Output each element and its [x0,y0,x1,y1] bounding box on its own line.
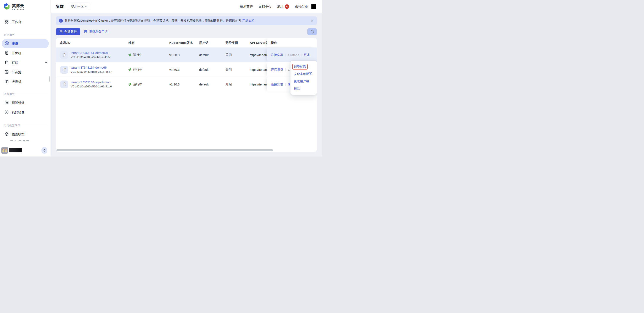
cluster-table-card: 名称/ID 状态 Kubernetes版本 用户组 竞价实例 API Serve… [56,38,317,152]
running-status-icon [128,68,132,71]
app-window: 英博云 EB Cloud 工作台 容器服务 [0,0,322,156]
action-divider [286,68,286,71]
section-label: 容器服务 [4,33,15,37]
page-title: 集群 [56,4,64,9]
toolbar: 创建集群 集群总数申请 [56,28,317,35]
spot-instance: 关闭 [226,53,250,57]
action-divider [301,53,302,56]
cluster-quota-request-link[interactable]: 集群总数申请 [84,29,108,34]
topbar: 集群 华北一区 技术支持 文档中心 消息 4 账号余额: [51,0,322,13]
sidebar-item-my-image[interactable]: 我的镜像 [0,107,50,117]
connect-cluster-link[interactable]: 连接集群 [271,53,283,57]
refresh-button[interactable] [307,28,317,35]
sidebar-scrollbar-thumb[interactable] [49,76,50,82]
server-plus-icon [84,30,88,33]
section-label: 镜像服务 [4,92,15,96]
cluster-id: VCL-D1C-43f85a37-ba5e-41f7 [70,55,110,59]
sidebar-section-container: 容器服务 [4,33,47,37]
sidebar-item-label: 虚拟机 [12,80,22,84]
create-cluster-button[interactable]: 创建集群 [56,28,80,35]
click-target-highlight: 调整配额 [292,64,308,69]
plus-square-icon [60,30,63,33]
status-text: 运行中 [133,53,142,57]
cluster-name-link[interactable]: tenant-37343164-demo66 [70,66,112,69]
sidebar-item-label: 节点池 [12,70,22,74]
user-group: default [199,53,226,57]
chevron-up-down-icon [43,149,46,152]
refresh-icon [310,29,314,34]
account-balance: 账号余额: [295,4,316,9]
connect-cluster-link[interactable]: 连接集群 [271,82,283,86]
close-icon[interactable]: ✕ [310,19,313,23]
table-header-row: 名称/ID 状态 Kubernetes版本 用户组 竞价实例 API Serve… [56,38,317,47]
spot-instance: 开启 [226,82,250,86]
status-text: 运行中 [133,82,142,86]
menu-item-adjust-quota[interactable]: 调整配额 [294,63,313,70]
section-divider [17,35,47,35]
account-switcher-button[interactable] [42,147,47,154]
menu-item-spot-config[interactable]: 竞价实例配置 [294,70,313,78]
region-select-value: 华北一区 [71,4,84,9]
brand-name: 英博云 [12,4,25,8]
create-cluster-label: 创建集群 [64,29,77,34]
avatar[interactable] [1,147,8,154]
table-row[interactable]: tenant-37343164-demo001 VCL-D1C-43f85a37… [56,47,317,62]
messages-link[interactable]: 消息 4 [277,4,289,9]
col-header-api: API Server公网 [250,41,267,45]
k8s-version: v1.30.3 [169,83,199,86]
table-row[interactable]: tenant-37343164-yqwdemo5 VCL-D1C-a260a52… [56,77,317,91]
menu-item-change-group[interactable]: 更改用户组 [294,78,313,85]
sidebar-item-storage[interactable]: 存储 [0,58,50,67]
grafana-link[interactable]: Grafana [288,53,299,57]
product-docs-link[interactable]: 产品文档 [242,19,254,23]
support-link[interactable]: 技术支持 [240,4,253,9]
node-pool-icon [4,70,9,75]
api-server-url: https://tenant [250,83,267,86]
section-label: AI与机器学习 [4,124,20,128]
status-text: 运行中 [133,67,142,72]
brand-cube-icon [4,3,10,11]
sidebar-item-workbench[interactable]: 工作台 [0,18,50,26]
col-header-actions: 操作 [267,38,317,47]
sidebar-item-label: 开发机 [12,51,22,55]
col-header-version: Kubernetes版本 [169,41,199,45]
connect-cluster-link[interactable]: 连接集群 [271,67,283,72]
k8s-version: v1.30.3 [169,53,199,57]
clipped-sidebar-item [10,141,36,142]
cluster-icon [60,66,68,74]
sidebar-section-container: AI与机器学习 [4,124,47,127]
section-divider [22,126,47,126]
table-row[interactable]: tenant-37343164-demo66 VCL-D1C-04434bce-… [56,62,317,77]
redacted-balance [312,4,316,9]
sidebar-item-preset-model[interactable]: 预置模型 [0,129,50,139]
chevron-down-icon [45,61,48,64]
virtual-machine-icon [4,79,9,84]
menu-item-delete[interactable]: 删除 [294,85,313,92]
horizontal-scrollbar-thumb[interactable] [56,149,273,151]
more-actions-link[interactable]: 更多 [304,53,310,57]
sidebar-section-container: 镜像服务 [4,92,47,96]
helm-wheel-icon [4,41,9,46]
action-divider [286,53,286,56]
database-icon [4,60,9,65]
sidebar-item-label: 工作台 [12,20,22,24]
col-header-status: 状态 [128,41,169,45]
region-select[interactable]: 华北一区 [68,2,90,10]
brand-subtitle: EB Cloud [12,8,25,10]
sidebar-item-cluster[interactable]: 集群 [2,39,49,48]
running-status-icon [128,53,132,56]
image-icon [4,100,9,105]
cluster-icon [60,51,68,59]
api-server-url: https://tenant [250,68,267,71]
sidebar-item-devmachine[interactable]: 开发机 [0,48,50,58]
cluster-name-link[interactable]: tenant-37343164-yqwdemo5 [70,80,112,84]
sidebar-item-vm[interactable]: 虚拟机 [0,77,50,86]
user-group: default [199,68,226,71]
more-actions-menu: 调整配额 竞价实例配置 更改用户组 删除 [290,61,317,95]
banner-text: 集群对应Kubernetes中的Cluster，是容器运行与资源调度的基础，创建… [65,19,241,23]
sidebar-item-preset-image[interactable]: 预置镜像 [0,98,50,107]
cluster-name-link[interactable]: tenant-37343164-demo001 [70,51,110,55]
brand-logo: 英博云 EB Cloud [4,3,50,11]
docs-link[interactable]: 文档中心 [258,4,272,9]
sidebar-item-nodepool[interactable]: 节点池 [0,67,50,77]
